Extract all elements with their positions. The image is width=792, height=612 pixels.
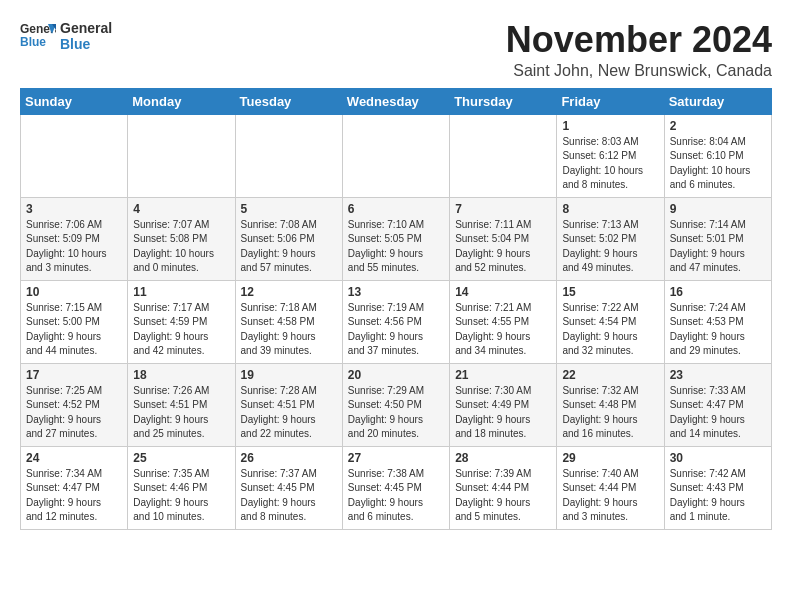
weekday-header-tuesday: Tuesday (235, 88, 342, 114)
weekday-header-saturday: Saturday (664, 88, 771, 114)
day-number: 30 (670, 451, 766, 465)
day-info: Sunrise: 7:21 AM Sunset: 4:55 PM Dayligh… (455, 301, 551, 359)
day-number: 8 (562, 202, 658, 216)
calendar-cell: 13Sunrise: 7:19 AM Sunset: 4:56 PM Dayli… (342, 280, 449, 363)
weekday-header-monday: Monday (128, 88, 235, 114)
day-info: Sunrise: 7:30 AM Sunset: 4:49 PM Dayligh… (455, 384, 551, 442)
day-info: Sunrise: 7:38 AM Sunset: 4:45 PM Dayligh… (348, 467, 444, 525)
day-number: 10 (26, 285, 122, 299)
calendar-cell: 1Sunrise: 8:03 AM Sunset: 6:12 PM Daylig… (557, 114, 664, 197)
calendar-cell: 26Sunrise: 7:37 AM Sunset: 4:45 PM Dayli… (235, 446, 342, 529)
svg-text:Blue: Blue (20, 35, 46, 49)
day-number: 22 (562, 368, 658, 382)
day-info: Sunrise: 7:39 AM Sunset: 4:44 PM Dayligh… (455, 467, 551, 525)
calendar-cell (450, 114, 557, 197)
month-title: November 2024 (506, 20, 772, 60)
calendar-cell: 5Sunrise: 7:08 AM Sunset: 5:06 PM Daylig… (235, 197, 342, 280)
day-info: Sunrise: 7:32 AM Sunset: 4:48 PM Dayligh… (562, 384, 658, 442)
day-number: 28 (455, 451, 551, 465)
day-number: 23 (670, 368, 766, 382)
calendar-cell: 14Sunrise: 7:21 AM Sunset: 4:55 PM Dayli… (450, 280, 557, 363)
calendar-cell (128, 114, 235, 197)
day-number: 7 (455, 202, 551, 216)
day-info: Sunrise: 7:06 AM Sunset: 5:09 PM Dayligh… (26, 218, 122, 276)
day-info: Sunrise: 7:40 AM Sunset: 4:44 PM Dayligh… (562, 467, 658, 525)
day-number: 11 (133, 285, 229, 299)
weekday-header-friday: Friday (557, 88, 664, 114)
calendar-cell: 30Sunrise: 7:42 AM Sunset: 4:43 PM Dayli… (664, 446, 771, 529)
day-info: Sunrise: 7:29 AM Sunset: 4:50 PM Dayligh… (348, 384, 444, 442)
day-number: 24 (26, 451, 122, 465)
day-number: 9 (670, 202, 766, 216)
logo: General Blue General Blue (20, 20, 112, 52)
week-row-1: 1Sunrise: 8:03 AM Sunset: 6:12 PM Daylig… (21, 114, 772, 197)
week-row-4: 17Sunrise: 7:25 AM Sunset: 4:52 PM Dayli… (21, 363, 772, 446)
calendar-table: SundayMondayTuesdayWednesdayThursdayFrid… (20, 88, 772, 530)
calendar-cell: 25Sunrise: 7:35 AM Sunset: 4:46 PM Dayli… (128, 446, 235, 529)
calendar-cell: 8Sunrise: 7:13 AM Sunset: 5:02 PM Daylig… (557, 197, 664, 280)
week-row-3: 10Sunrise: 7:15 AM Sunset: 5:00 PM Dayli… (21, 280, 772, 363)
calendar-cell: 10Sunrise: 7:15 AM Sunset: 5:00 PM Dayli… (21, 280, 128, 363)
day-info: Sunrise: 7:15 AM Sunset: 5:00 PM Dayligh… (26, 301, 122, 359)
day-info: Sunrise: 7:17 AM Sunset: 4:59 PM Dayligh… (133, 301, 229, 359)
day-info: Sunrise: 7:10 AM Sunset: 5:05 PM Dayligh… (348, 218, 444, 276)
day-number: 4 (133, 202, 229, 216)
day-info: Sunrise: 7:28 AM Sunset: 4:51 PM Dayligh… (241, 384, 337, 442)
logo-icon: General Blue (20, 20, 56, 52)
calendar-cell: 12Sunrise: 7:18 AM Sunset: 4:58 PM Dayli… (235, 280, 342, 363)
calendar-cell: 24Sunrise: 7:34 AM Sunset: 4:47 PM Dayli… (21, 446, 128, 529)
calendar-cell: 23Sunrise: 7:33 AM Sunset: 4:47 PM Dayli… (664, 363, 771, 446)
day-info: Sunrise: 8:03 AM Sunset: 6:12 PM Dayligh… (562, 135, 658, 193)
calendar-cell: 22Sunrise: 7:32 AM Sunset: 4:48 PM Dayli… (557, 363, 664, 446)
calendar-cell: 19Sunrise: 7:28 AM Sunset: 4:51 PM Dayli… (235, 363, 342, 446)
day-number: 5 (241, 202, 337, 216)
calendar-cell: 21Sunrise: 7:30 AM Sunset: 4:49 PM Dayli… (450, 363, 557, 446)
calendar-cell: 6Sunrise: 7:10 AM Sunset: 5:05 PM Daylig… (342, 197, 449, 280)
day-info: Sunrise: 7:22 AM Sunset: 4:54 PM Dayligh… (562, 301, 658, 359)
day-number: 16 (670, 285, 766, 299)
day-info: Sunrise: 7:35 AM Sunset: 4:46 PM Dayligh… (133, 467, 229, 525)
day-info: Sunrise: 7:19 AM Sunset: 4:56 PM Dayligh… (348, 301, 444, 359)
calendar-cell: 2Sunrise: 8:04 AM Sunset: 6:10 PM Daylig… (664, 114, 771, 197)
day-info: Sunrise: 7:34 AM Sunset: 4:47 PM Dayligh… (26, 467, 122, 525)
calendar-cell: 28Sunrise: 7:39 AM Sunset: 4:44 PM Dayli… (450, 446, 557, 529)
calendar-cell: 16Sunrise: 7:24 AM Sunset: 4:53 PM Dayli… (664, 280, 771, 363)
day-number: 6 (348, 202, 444, 216)
day-info: Sunrise: 7:13 AM Sunset: 5:02 PM Dayligh… (562, 218, 658, 276)
calendar-cell: 7Sunrise: 7:11 AM Sunset: 5:04 PM Daylig… (450, 197, 557, 280)
weekday-header-wednesday: Wednesday (342, 88, 449, 114)
day-info: Sunrise: 7:25 AM Sunset: 4:52 PM Dayligh… (26, 384, 122, 442)
weekday-header-row: SundayMondayTuesdayWednesdayThursdayFrid… (21, 88, 772, 114)
day-info: Sunrise: 7:24 AM Sunset: 4:53 PM Dayligh… (670, 301, 766, 359)
weekday-header-thursday: Thursday (450, 88, 557, 114)
calendar-cell: 18Sunrise: 7:26 AM Sunset: 4:51 PM Dayli… (128, 363, 235, 446)
day-info: Sunrise: 7:08 AM Sunset: 5:06 PM Dayligh… (241, 218, 337, 276)
calendar-cell (342, 114, 449, 197)
day-info: Sunrise: 7:26 AM Sunset: 4:51 PM Dayligh… (133, 384, 229, 442)
day-info: Sunrise: 7:07 AM Sunset: 5:08 PM Dayligh… (133, 218, 229, 276)
day-number: 20 (348, 368, 444, 382)
calendar-cell: 4Sunrise: 7:07 AM Sunset: 5:08 PM Daylig… (128, 197, 235, 280)
day-number: 27 (348, 451, 444, 465)
calendar-cell: 3Sunrise: 7:06 AM Sunset: 5:09 PM Daylig… (21, 197, 128, 280)
day-number: 1 (562, 119, 658, 133)
calendar-cell: 27Sunrise: 7:38 AM Sunset: 4:45 PM Dayli… (342, 446, 449, 529)
day-number: 2 (670, 119, 766, 133)
calendar-cell: 15Sunrise: 7:22 AM Sunset: 4:54 PM Dayli… (557, 280, 664, 363)
calendar-cell (21, 114, 128, 197)
day-info: Sunrise: 7:42 AM Sunset: 4:43 PM Dayligh… (670, 467, 766, 525)
day-number: 18 (133, 368, 229, 382)
day-info: Sunrise: 7:37 AM Sunset: 4:45 PM Dayligh… (241, 467, 337, 525)
logo-text-blue: Blue (60, 36, 112, 52)
calendar-cell: 9Sunrise: 7:14 AM Sunset: 5:01 PM Daylig… (664, 197, 771, 280)
day-number: 19 (241, 368, 337, 382)
day-number: 26 (241, 451, 337, 465)
day-number: 17 (26, 368, 122, 382)
page-header: General Blue General Blue November 2024 … (20, 20, 772, 80)
day-number: 3 (26, 202, 122, 216)
week-row-5: 24Sunrise: 7:34 AM Sunset: 4:47 PM Dayli… (21, 446, 772, 529)
day-number: 15 (562, 285, 658, 299)
calendar-cell: 20Sunrise: 7:29 AM Sunset: 4:50 PM Dayli… (342, 363, 449, 446)
day-number: 29 (562, 451, 658, 465)
day-number: 12 (241, 285, 337, 299)
